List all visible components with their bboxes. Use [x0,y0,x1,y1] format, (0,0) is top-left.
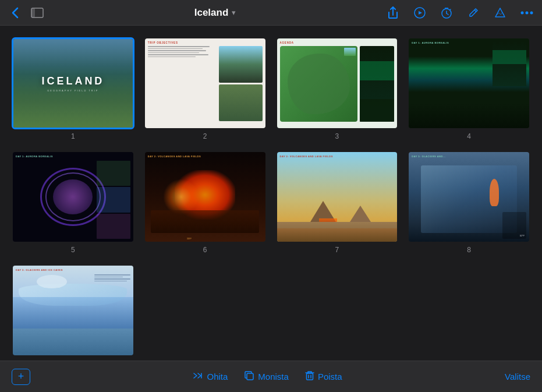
shape-button[interactable] [492,5,508,21]
svg-point-6 [530,11,533,14]
duplicate-button[interactable]: Monista [244,370,289,383]
presentation-title: Iceland [194,7,229,19]
bottombar: + Ohita Monista [0,361,542,392]
back-button[interactable] [7,5,23,21]
skip-button[interactable]: Ohita [193,370,228,383]
slide-number-6: 6 [203,246,207,254]
delete-icon [305,370,314,383]
svg-rect-7 [247,373,253,380]
svg-point-4 [521,11,524,14]
slide-number-1: 1 [71,132,75,140]
more-button[interactable] [519,5,535,21]
slide-item[interactable]: DAY 2: VOLCANOES AND LAVA FIELDS 7 [276,151,399,254]
slide-thumb-4[interactable]: DAY 1: AURORA BOREALIS [408,37,530,129]
slide-item[interactable]: AGENDA [276,37,399,140]
slide-thumb-2[interactable]: TRIP OBJECTIVES [144,37,267,129]
add-icon: + [18,370,24,383]
duplicate-icon [244,370,254,383]
slide-item[interactable]: DAY 1: AURORA BOREALIS 4 [408,37,530,140]
slide-thumb-7[interactable]: DAY 2: VOLCANOES AND LAVA FIELDS [276,151,399,243]
skip-icon [193,371,203,383]
slide-item[interactable]: ICELAND GEOGRAPHY FIELD TRIP 1 [12,37,134,140]
slide-thumb-1[interactable]: ICELAND GEOGRAPHY FIELD TRIP [12,37,134,129]
svg-point-5 [526,11,529,14]
svg-rect-1 [31,8,35,17]
slide-number-4: 4 [467,132,471,140]
slide-thumb-9[interactable]: DAY 3: GLACIERS AND ICE CAVES [12,264,134,356]
slide-item[interactable]: DAY 3: GLACIERS AND ICE CAVES 9 [12,264,134,361]
share-button[interactable] [385,5,401,21]
select-button[interactable]: Valitse [505,372,530,382]
bottom-actions-group: Ohita Monista Poista [193,370,342,383]
slide-item[interactable]: DAY 2: VOLCANOES AND LAVA FIELDS 300°F 6 [144,151,267,254]
add-slide-button[interactable]: + [12,369,30,385]
slide-item[interactable]: TRIP OBJECTIVES [144,37,267,140]
slide-grid: ICELAND GEOGRAPHY FIELD TRIP 1 TRIP OBJE… [0,26,542,361]
slide-number-8: 8 [467,246,471,254]
title-chevron-icon[interactable]: ▾ [232,8,236,17]
timer-button[interactable] [438,5,455,21]
topbar: Iceland ▾ [0,0,542,26]
annotate-button[interactable] [465,5,481,21]
duplicate-label: Monista [258,372,289,382]
slide-thumb-8[interactable]: DAY 3: GLACIERS AND... 167°F [408,151,530,243]
play-button[interactable] [412,5,428,21]
slide-item[interactable]: DAY 1: AURORA BOREALIS [12,151,134,254]
slide-thumb-5[interactable]: DAY 1: AURORA BOREALIS [12,151,134,243]
skip-label: Ohita [207,372,228,382]
topbar-left [7,5,45,21]
svg-rect-8 [306,373,313,380]
slide-number-3: 3 [335,132,339,140]
topbar-right [385,5,535,21]
topbar-center: Iceland ▾ [194,7,236,19]
delete-button[interactable]: Poista [305,370,342,383]
slide-number-2: 2 [203,132,207,140]
slide-thumb-3[interactable]: AGENDA [276,37,399,129]
slide-number-7: 7 [335,246,339,254]
slide-number-5: 5 [71,246,75,254]
panel-toggle-button[interactable] [29,5,45,21]
slide-thumb-6[interactable]: DAY 2: VOLCANOES AND LAVA FIELDS 300°F [144,151,267,243]
delete-label: Poista [318,372,342,382]
slide-item[interactable]: DAY 3: GLACIERS AND... 167°F 8 [408,151,530,254]
